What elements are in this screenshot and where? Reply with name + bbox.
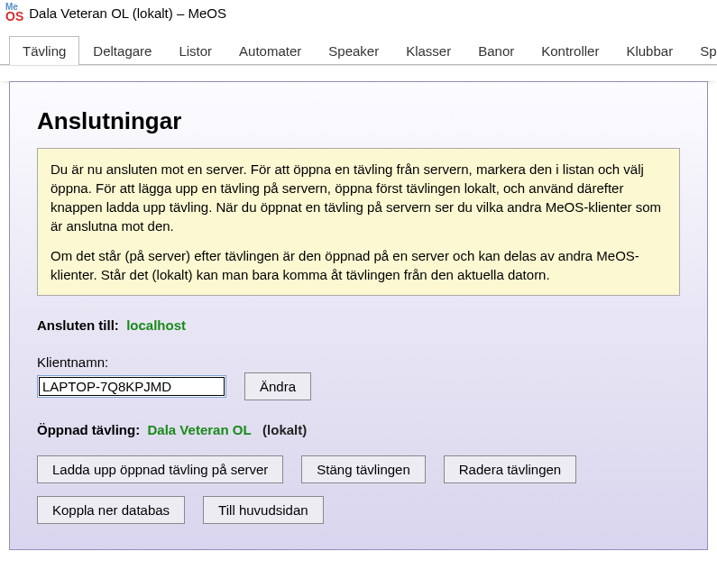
tab-speaker[interactable]: Speaker [315, 36, 392, 65]
main-tabs: Tävling Deltagare Listor Automater Speak… [0, 35, 717, 65]
info-paragraph-1: Du är nu ansluten mot en server. För att… [51, 160, 666, 235]
connected-label: Ansluten till: [37, 317, 119, 333]
client-name-input[interactable] [37, 375, 226, 398]
upload-button[interactable]: Ladda upp öppnad tävling på server [37, 455, 283, 483]
info-paragraph-2: Om det står (på server) efter tävlingen … [51, 246, 666, 284]
opened-name: Dala Veteran OL [148, 422, 252, 437]
opened-label: Öppnad tävling: [37, 422, 140, 437]
disconnect-db-button[interactable]: Koppla ner databas [37, 496, 185, 524]
close-competition-button[interactable]: Stäng tävlingen [301, 455, 425, 483]
home-button[interactable]: Till huvudsidan [203, 496, 324, 524]
client-label: Klientnamn: [37, 354, 680, 370]
window-title: Dala Veteran OL (lokalt) – MeOS [29, 5, 226, 21]
action-button-row-2: Koppla ner databas Till huvudsidan [37, 496, 680, 524]
action-button-row-1: Ladda upp öppnad tävling på server Stäng… [37, 455, 680, 483]
tab-underline [0, 65, 717, 81]
tab-banor[interactable]: Banor [464, 36, 528, 65]
page-title: Anslutningar [37, 107, 680, 135]
title-bar: MeOS Dala Veteran OL (lokalt) – MeOS [0, 0, 717, 26]
info-box: Du är nu ansluten mot en server. För att… [37, 148, 680, 296]
tab-kontroller[interactable]: Kontroller [528, 36, 612, 65]
opened-row: Öppnad tävling: Dala Veteran OL (lokalt) [37, 422, 680, 437]
tab-klubbar[interactable]: Klubbar [612, 36, 686, 65]
tab-sportident[interactable]: SportIdent [686, 36, 717, 65]
connected-row: Ansluten till: localhost [37, 317, 680, 333]
opened-scope: (lokalt) [262, 422, 307, 437]
meos-logo-icon: MeOS [5, 4, 23, 23]
tab-deltagare[interactable]: Deltagare [79, 36, 165, 65]
connected-value: localhost [126, 317, 186, 333]
tab-klasser[interactable]: Klasser [392, 36, 464, 65]
change-button[interactable]: Ändra [244, 372, 311, 400]
content-panel: Anslutningar Du är nu ansluten mot en se… [9, 81, 708, 550]
tab-automater[interactable]: Automater [225, 36, 315, 65]
tab-listor[interactable]: Listor [165, 36, 225, 65]
client-row: Klientnamn: Ändra [37, 354, 680, 400]
tab-tavling[interactable]: Tävling [9, 36, 79, 65]
delete-competition-button[interactable]: Radera tävlingen [444, 455, 576, 483]
